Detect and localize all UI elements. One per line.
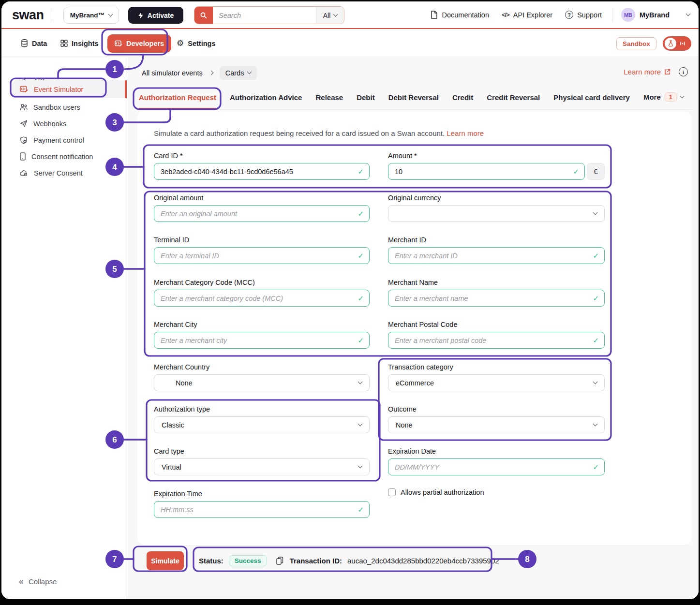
search-icon[interactable] bbox=[194, 7, 213, 24]
sandbox-badge: Sandbox bbox=[616, 37, 656, 50]
tab-physical-card-delivery[interactable]: Physical card delivery bbox=[553, 93, 630, 109]
tab-authorization-request[interactable]: Authorization Request bbox=[139, 93, 216, 109]
org-switcher-label: MyBrand™ bbox=[70, 12, 104, 19]
gear-icon: ⚙ bbox=[177, 39, 184, 47]
collapse-icon: « bbox=[19, 577, 24, 586]
field-authorization-type: Authorization type Classic bbox=[154, 405, 370, 433]
field-original-amount: Original amount ✓ bbox=[154, 194, 370, 222]
tab-more[interactable]: More 1 bbox=[643, 92, 684, 109]
search-scope-select[interactable]: All bbox=[316, 7, 344, 24]
sidebar-item-event-simulator[interactable]: Event Simulator bbox=[12, 80, 126, 98]
external-link-icon bbox=[664, 69, 670, 75]
document-icon bbox=[431, 11, 438, 19]
tab-authorization-advice[interactable]: Authorization Advice bbox=[230, 93, 302, 109]
sandbox-toggle[interactable] bbox=[663, 36, 691, 51]
users-icon bbox=[20, 103, 28, 111]
chevron-down-icon bbox=[333, 12, 338, 17]
merchant-postal-code-input[interactable] bbox=[388, 332, 605, 349]
chevron-down-icon bbox=[593, 380, 598, 384]
sidebar-item-sandbox-users[interactable]: Sandbox users bbox=[12, 99, 126, 116]
card-id-input[interactable] bbox=[154, 163, 370, 180]
info-icon[interactable]: i bbox=[679, 67, 688, 76]
main-content: All simulator events Cards Learn more i … bbox=[128, 57, 699, 599]
help-icon: ? bbox=[565, 11, 573, 19]
simulate-button[interactable]: Simulate bbox=[147, 551, 184, 570]
lightning-icon bbox=[138, 12, 144, 19]
nav-item-settings[interactable]: ⚙ Settings bbox=[177, 30, 215, 57]
chevron-down-icon bbox=[247, 70, 252, 74]
field-merchant-id: Merchant ID ✓ bbox=[388, 236, 605, 264]
field-merchant-postal-code: Merchant Postal Code ✓ bbox=[388, 321, 605, 349]
original-currency-select[interactable] bbox=[388, 205, 605, 222]
status-badge: Success bbox=[229, 555, 267, 566]
valid-check-icon: ✓ bbox=[357, 505, 364, 514]
merchant-city-input[interactable] bbox=[154, 332, 370, 349]
grid-icon bbox=[60, 40, 68, 47]
merchant-id-input[interactable] bbox=[388, 247, 605, 264]
merchant-country-select[interactable]: None bbox=[154, 374, 370, 391]
field-merchant-country: Merchant Country None bbox=[154, 363, 370, 391]
shield-check-icon bbox=[20, 136, 28, 144]
merchant-name-input[interactable] bbox=[388, 290, 605, 307]
card-type-select[interactable]: Virtual bbox=[154, 458, 370, 475]
tab-debit-reversal[interactable]: Debit Reversal bbox=[388, 93, 439, 109]
avatar: MB bbox=[621, 8, 635, 22]
expiration-date-input[interactable] bbox=[388, 458, 605, 475]
learn-more-link[interactable]: Learn more bbox=[624, 68, 670, 76]
transaction-category-select[interactable]: eCommerce bbox=[388, 374, 605, 391]
field-amount: Amount * ✓ € bbox=[388, 152, 605, 180]
search-input[interactable] bbox=[213, 7, 316, 24]
tab-credit-reversal[interactable]: Credit Reversal bbox=[487, 93, 540, 109]
valid-check-icon: ✓ bbox=[357, 336, 364, 345]
tab-credit[interactable]: Credit bbox=[452, 93, 473, 109]
header-divider bbox=[612, 8, 612, 22]
sidebar-item-payment-control[interactable]: Payment control bbox=[12, 132, 126, 148]
api-explorer-link[interactable]: </> API Explorer bbox=[502, 11, 552, 19]
documentation-link[interactable]: Documentation bbox=[431, 11, 489, 19]
checkbox[interactable] bbox=[388, 488, 396, 496]
sidebar-item-consent-notification[interactable]: Consent notification bbox=[12, 148, 126, 165]
field-expiration-time: Expiration Time ✓ bbox=[154, 490, 370, 518]
breadcrumb-root[interactable]: All simulator events bbox=[142, 69, 203, 77]
chevron-down-icon bbox=[593, 210, 598, 215]
nav-item-data[interactable]: Data bbox=[21, 30, 47, 57]
nav-item-developers[interactable]: Developers bbox=[107, 34, 171, 53]
mcc-input[interactable] bbox=[154, 290, 370, 307]
valid-check-icon: ✓ bbox=[593, 251, 599, 260]
amount-input[interactable] bbox=[388, 163, 585, 180]
chevron-down-icon bbox=[358, 464, 363, 469]
support-link[interactable]: ? Support bbox=[565, 11, 602, 19]
breadcrumb-category-select[interactable]: Cards bbox=[220, 66, 257, 80]
collapse-sidebar-button[interactable]: « Collapse bbox=[19, 577, 57, 586]
field-allows-partial-authorization[interactable]: Allows partial authorization bbox=[388, 488, 605, 496]
sidebar-item-server-consent[interactable]: Server Consent bbox=[12, 164, 126, 181]
account-menu[interactable]: MB MyBrand bbox=[621, 1, 690, 28]
outcome-select[interactable]: None bbox=[388, 416, 605, 433]
activate-button[interactable]: Activate bbox=[128, 7, 183, 24]
original-amount-input[interactable] bbox=[154, 205, 370, 222]
terminal-id-input[interactable] bbox=[154, 247, 370, 264]
form-description: Simulate a card authorization request be… bbox=[154, 129, 484, 137]
field-merchant-city: Merchant City ✓ bbox=[154, 321, 370, 349]
field-mcc: Merchant Category Code (MCC) ✓ bbox=[154, 279, 370, 307]
field-expiration-date: Expiration Date ✓ bbox=[388, 447, 605, 475]
valid-check-icon: ✓ bbox=[593, 336, 599, 345]
nav-item-insights[interactable]: Insights bbox=[60, 30, 99, 57]
event-simulator-icon bbox=[20, 86, 28, 93]
chevron-down-icon bbox=[358, 422, 363, 427]
tab-debit[interactable]: Debit bbox=[357, 93, 375, 109]
authorization-type-select[interactable]: Classic bbox=[154, 416, 370, 433]
simulation-result: Status: Success Transaction ID: aucao_2d… bbox=[199, 549, 499, 573]
valid-check-icon: ✓ bbox=[573, 167, 579, 176]
expiration-time-input[interactable] bbox=[154, 501, 370, 518]
org-switcher[interactable]: MyBrand™ bbox=[63, 7, 119, 24]
account-name: MyBrand bbox=[640, 11, 670, 19]
field-transaction-category: Transaction category eCommerce bbox=[388, 363, 605, 391]
copy-icon[interactable] bbox=[276, 557, 283, 565]
description-learn-more-link[interactable]: Learn more bbox=[447, 129, 484, 137]
tab-release[interactable]: Release bbox=[315, 93, 343, 109]
field-card-id: Card ID * ✓ bbox=[154, 152, 370, 180]
flask-icon bbox=[665, 38, 676, 49]
sidebar-item-webhooks[interactable]: Webhooks bbox=[12, 115, 126, 132]
chevron-down-icon bbox=[358, 380, 363, 384]
